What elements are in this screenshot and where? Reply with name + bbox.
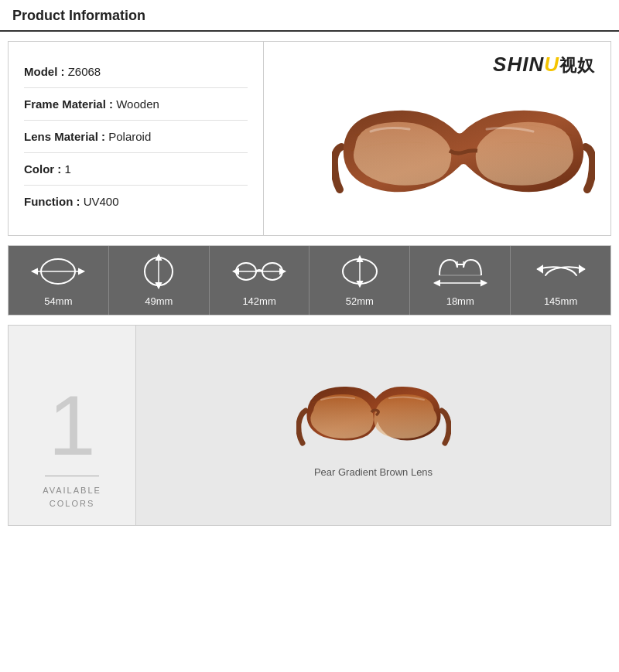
color-options-panel: Pear Gradient Brown Lens (136, 326, 610, 525)
spec-color: Color : 1 (24, 153, 248, 186)
brand-chinese: 视奴 (559, 56, 595, 75)
measure-lens-width: 54mm (9, 246, 109, 315)
svg-marker-24 (538, 266, 542, 272)
measure-lens-diagonal: 52mm (310, 246, 410, 315)
color-option-name: Pear Gradient Brown Lens (314, 466, 433, 478)
measure-lens-height-value: 49mm (145, 295, 173, 307)
spec-model: Model : Z6068 (24, 56, 248, 88)
svg-marker-6 (156, 255, 161, 260)
colors-section: 1 AVAILABLECOLORS (8, 325, 611, 526)
spec-model-label: Model : (24, 65, 65, 78)
spec-function-value: UV400 (84, 195, 119, 208)
spec-frame: Frame Material : Wooden (24, 88, 248, 121)
available-colors-label: AVAILABLECOLORS (43, 484, 101, 510)
color-number-panel: 1 AVAILABLECOLORS (9, 326, 136, 525)
spec-lens-label: Lens Material : (24, 130, 105, 143)
spec-color-value: 1 (65, 162, 71, 176)
color-count: 1 (48, 383, 95, 468)
product-main-image (332, 85, 595, 224)
brand-logo: SHINU视奴 (493, 53, 595, 77)
svg-marker-2 (32, 269, 37, 274)
temple-length-icon (534, 254, 588, 289)
spec-color-label: Color : (24, 162, 61, 176)
measure-nose-bridge-value: 18mm (446, 295, 474, 307)
brand-u: U (544, 53, 559, 76)
svg-marker-16 (357, 281, 362, 286)
page-header: Product Information (0, 0, 619, 32)
measurements-section: 54mm 49mm 142mm (8, 245, 611, 316)
spec-frame-value: Wooden (116, 97, 159, 111)
svg-marker-3 (79, 269, 84, 274)
page-title: Product Information (12, 8, 607, 24)
spec-function: Function : UV400 (24, 186, 248, 217)
lens-width-icon (31, 254, 85, 289)
measure-lens-height: 49mm (109, 246, 210, 315)
frame-width-icon (232, 254, 286, 289)
measure-temple-length: 145mm (511, 246, 610, 315)
svg-marker-25 (580, 266, 584, 272)
measure-frame-width-value: 142mm (242, 295, 275, 307)
measure-lens-diagonal-value: 52mm (346, 295, 374, 307)
measure-nose-bridge: 18mm (410, 246, 511, 315)
svg-marker-12 (280, 269, 285, 274)
svg-marker-23 (481, 281, 486, 285)
svg-marker-7 (156, 283, 161, 288)
measure-lens-width-value: 54mm (44, 295, 72, 307)
color-divider (45, 476, 99, 476)
spec-model-value: Z6068 (68, 65, 101, 78)
brand-shin: SHIN (493, 53, 544, 76)
spec-function-label: Function : (24, 195, 80, 208)
svg-marker-22 (435, 281, 439, 285)
svg-marker-11 (234, 269, 238, 274)
measure-frame-width: 142mm (210, 246, 310, 315)
color-option-1: Pear Gradient Brown Lens (296, 374, 451, 478)
measure-temple-length-value: 145mm (544, 295, 577, 307)
color-sunglass-image (296, 374, 451, 459)
lens-height-icon (132, 254, 186, 289)
spec-lens: Lens Material : Polaroid (24, 121, 248, 153)
product-image-area: SHINU视奴 (264, 42, 610, 235)
color-sunglasses-svg (296, 374, 451, 459)
nose-bridge-icon (433, 254, 487, 289)
main-sunglasses-svg (332, 89, 595, 220)
spec-frame-label: Frame Material : (24, 97, 113, 111)
product-specs: Model : Z6068 Frame Material : Wooden Le… (9, 42, 264, 235)
lens-diagonal-icon (333, 254, 387, 289)
spec-lens-value: Polaroid (108, 130, 151, 143)
svg-marker-15 (357, 257, 362, 261)
product-info-section: Model : Z6068 Frame Material : Wooden Le… (8, 41, 611, 236)
